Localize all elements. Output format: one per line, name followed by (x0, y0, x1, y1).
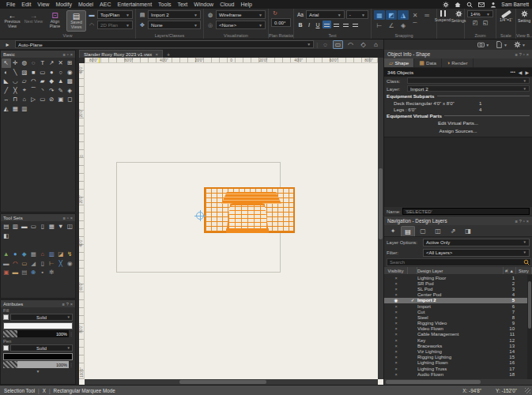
view-bar-settings-icon[interactable] (521, 10, 528, 17)
layer-row-lighting-truss[interactable]: ×Lighting Truss17 (384, 366, 532, 371)
tool-icon[interactable]: ▨ (20, 68, 29, 77)
auto-plane-dropdown[interactable]: Auto-Plane▼ (15, 40, 314, 48)
tool-set-icon[interactable]: ▤ (20, 268, 29, 277)
align-left-button[interactable] (323, 21, 331, 28)
menu-item-text[interactable]: Text (174, 2, 191, 7)
visibility-off-icon[interactable]: × (384, 310, 408, 314)
layer-row-sr-pod[interactable]: ×SR Pod2 (384, 280, 532, 286)
nav-tab-references-icon[interactable]: ⇗ (446, 226, 460, 236)
layer-row-steel[interactable]: ×Steel8 (384, 314, 532, 320)
column-story[interactable]: Story (516, 267, 532, 274)
menu-item-tools[interactable]: Tools (155, 2, 174, 7)
user-icon[interactable] (489, 1, 497, 8)
suspend-snapping-button[interactable]: Suspend (436, 10, 450, 22)
visibility-off-icon[interactable]: × (384, 287, 408, 292)
layer-row-lighting-flown[interactable]: ×Lighting Flown16 (384, 360, 532, 366)
truck-bumper-object[interactable] (226, 228, 269, 233)
panel-menu-icon[interactable]: ≡ (62, 302, 65, 307)
snap-icon[interactable]: ◈ (398, 21, 409, 30)
scrollbar-thumb[interactable] (386, 380, 481, 384)
panel-close-icon[interactable]: × (70, 302, 73, 307)
tool-icon[interactable]: ⌂ (20, 95, 29, 104)
disclosure-icon[interactable]: ▸ (2, 40, 13, 49)
panel-menu-icon[interactable]: ≡ (515, 52, 518, 57)
tool-set-icon[interactable]: ▥ (11, 222, 21, 231)
tab-shape[interactable]: ▱Shape (384, 58, 414, 67)
tool-set-icon[interactable]: ⊢ (47, 259, 57, 269)
more-options-icon[interactable]: ⋮ (69, 331, 73, 337)
layer-table-scrollbar[interactable] (527, 275, 532, 379)
tool-icon[interactable]: ● (47, 68, 57, 77)
tool-set-icon[interactable]: ▼ (56, 222, 66, 231)
tool-set-icon[interactable]: ╳ (56, 259, 66, 269)
tool-set-icon[interactable]: ▤ (2, 222, 11, 231)
visibility-on-icon[interactable]: ◉ (384, 298, 408, 303)
render-settings-button[interactable]: ▼ (477, 41, 489, 48)
panel-close-icon[interactable]: × (70, 216, 73, 220)
tool-icon[interactable]: ✛ (11, 58, 21, 68)
panel-close-icon[interactable]: × (526, 219, 529, 224)
tool-set-icon[interactable]: ▲ (2, 250, 11, 259)
tool-icon[interactable]: ↔ (2, 95, 11, 104)
scrollbar-thumb[interactable] (379, 168, 383, 239)
visibility-off-icon[interactable]: × (384, 304, 408, 309)
fit-objects-icon[interactable]: ◰ (471, 19, 479, 27)
menu-item-model[interactable]: Model (75, 2, 96, 7)
column-design-layer[interactable]: Design Layer (417, 267, 504, 274)
tool-icon[interactable]: ◻ (66, 95, 75, 104)
tool-icon[interactable]: ○ (56, 68, 66, 77)
polygon-marquee-mode-icon[interactable]: ◇ (358, 40, 368, 49)
active-class-dropdown[interactable]: None▼ (148, 21, 201, 29)
rectangular-marquee-mode-icon[interactable]: ▭ (333, 40, 343, 49)
tool-icon[interactable]: ╲ (11, 68, 21, 77)
menu-item-aec[interactable]: AEC (96, 2, 114, 7)
menu-item-edit[interactable]: Edit (18, 2, 34, 7)
visibility-off-icon[interactable]: × (384, 292, 408, 297)
snap-icon[interactable]: ═ (421, 10, 432, 20)
panel-menu-icon[interactable]: ≡ (63, 216, 66, 220)
tool-icon[interactable]: ◝ (38, 86, 47, 96)
tab-data[interactable]: ▦Data (414, 58, 442, 67)
align-right-button[interactable] (341, 21, 350, 28)
scale-value[interactable]: 1/4"=1' (500, 17, 512, 22)
panel-help-icon[interactable]: ? (519, 219, 522, 224)
layer-row-sl-pod[interactable]: ×SL Pod3 (384, 286, 532, 292)
tool-icon[interactable]: T (38, 58, 47, 68)
class-dropdown[interactable]: ▼ (407, 77, 530, 84)
visibility-off-icon[interactable]: × (384, 281, 408, 286)
tool-icon[interactable]: ⊓ (11, 95, 21, 104)
tool-icon[interactable]: ▲ (56, 77, 66, 86)
pen-opacity-slider[interactable] (3, 361, 17, 368)
layer-row-cut[interactable]: ×Cut7 (384, 309, 532, 314)
layer-table-header[interactable]: Visibility Design Layer # ▲ Story (384, 267, 532, 275)
layer-row-viz-lighting[interactable]: ×Viz Lighting14 (384, 348, 532, 354)
nav-tab-viewports-icon[interactable]: ◨ (461, 226, 475, 236)
panel-help-icon[interactable]: ? (519, 52, 522, 57)
panel-pin-icon[interactable]: ▫ (523, 52, 525, 57)
tool-icon[interactable]: ◡ (11, 77, 21, 86)
layer-options-dropdown[interactable]: Active Only▼ (423, 239, 530, 246)
lasso-mode-icon[interactable]: ◠ (345, 40, 356, 49)
tool-set-icon[interactable]: ◪ (56, 250, 66, 259)
tool-set-icon[interactable]: ✻ (47, 268, 57, 277)
tool-icon[interactable]: ▱ (20, 77, 29, 86)
visibility-off-icon[interactable]: × (384, 326, 408, 331)
layer-row-cable-management[interactable]: ×Cable Management11 (384, 332, 532, 337)
layer-row-import-2[interactable]: ◉✓Import 25 (384, 298, 532, 303)
snap-icon[interactable]: ✕ (409, 10, 421, 20)
projection-dropdown[interactable]: 2D Plan▼ (97, 21, 133, 29)
view-mode-dropdown[interactable]: Top/Plan▼ (97, 10, 133, 19)
tool-icon[interactable]: ⊘ (47, 95, 57, 104)
tool-set-icon[interactable]: ▬ (20, 222, 29, 231)
panel-menu-icon[interactable]: ≡ (63, 52, 66, 57)
active-layer-dropdown[interactable]: Import 2▼ (148, 10, 201, 19)
next-object-icon[interactable]: ▶ (525, 70, 529, 75)
pen-swatch[interactable] (3, 345, 9, 351)
tool-set-icon[interactable]: ◆ (20, 250, 29, 259)
tool-icon[interactable]: ◠ (29, 77, 39, 86)
snap-icon[interactable]: ⊢ (374, 21, 385, 30)
font-dropdown[interactable]: Arial▼ (306, 10, 345, 19)
tool-set-icon[interactable]: ▯ (38, 222, 47, 231)
tool-set-icon[interactable]: ◧ (2, 231, 11, 241)
tool-icon[interactable]: ■ (29, 68, 39, 77)
